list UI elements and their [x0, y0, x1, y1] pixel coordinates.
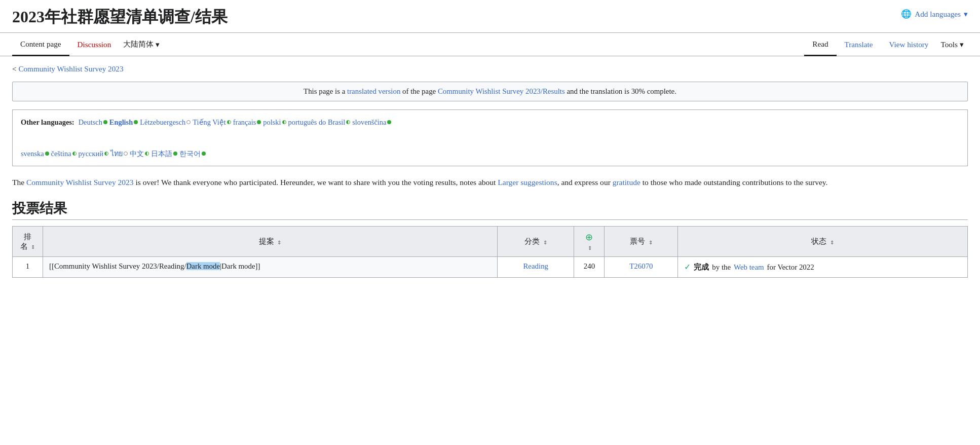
breadcrumb-link[interactable]: Community Wishlist Survey 2023 [18, 64, 123, 73]
section-heading: 投票结果 [12, 199, 968, 220]
status-content: ✓ 完成 by the Web team for Vector 2022 [684, 262, 961, 272]
lang-dot [257, 120, 261, 124]
web-team-link[interactable]: Web team [734, 263, 764, 272]
lang-link-english[interactable]: English [109, 115, 133, 130]
tab-read-label: Read [812, 40, 828, 49]
status-text: by the [712, 263, 731, 272]
lang-dot [387, 120, 391, 124]
col-ticket[interactable]: 票号 ⇕ [605, 227, 678, 257]
breadcrumb-prefix: < [12, 64, 18, 73]
translation-text-before: This page is a [304, 87, 347, 95]
tab-discussion[interactable]: Discussion [69, 34, 120, 55]
lang-link-한국어[interactable]: 한국어 [179, 146, 201, 161]
lang-dot [45, 152, 49, 156]
translation-text-middle1: of the page [400, 87, 438, 95]
cws-2023-link[interactable]: Community Wishlist Survey 2023 [26, 178, 134, 187]
lang-dot [227, 120, 231, 124]
cell-rank: 1 [13, 257, 43, 278]
tab-content-page[interactable]: Content page [12, 33, 69, 56]
add-languages-button[interactable]: 🌐 Add languages ▾ [901, 9, 968, 19]
table-row: 1 [[Community Wishlist Survey 2023/Readi… [13, 257, 968, 278]
larger-suggestions-link[interactable]: Larger suggestions [498, 178, 557, 187]
sort-icon-rank[interactable]: ⇕ [31, 244, 35, 250]
translate-icon: 🌐 [901, 9, 912, 19]
other-languages-label: Other languages: [21, 115, 74, 130]
proposal-highlight: Dark mode [186, 262, 220, 270]
page-title: 2023年社群愿望清单调查/结果 [12, 6, 228, 28]
add-languages-label: Add languages [915, 10, 961, 19]
table-header-row: 排名 ⇕ 提案 ⇕ 分类 ⇕ ⊕ ⇕ 票号 ⇕ [13, 227, 968, 257]
lang-dot [124, 152, 128, 156]
translation-notice: This page is a translated version of the… [12, 82, 968, 101]
tab-bar-left: Content page Discussion 大陆简体 ▾ [12, 33, 164, 56]
main-content: < Community Wishlist Survey 2023 This pa… [0, 56, 980, 286]
cell-votes: 240 [574, 257, 605, 278]
lang-link-português-do-brasil[interactable]: português do Brasil [288, 115, 346, 130]
lang-link-deutsch[interactable]: Deutsch [79, 115, 102, 130]
sort-icon-proposal[interactable]: ⇕ [277, 239, 281, 245]
tab-translate[interactable]: Translate [837, 34, 881, 55]
rank-value: 1 [26, 262, 29, 270]
lang-dot [282, 120, 286, 124]
sort-icon-category[interactable]: ⇕ [543, 239, 547, 245]
lang-dot [134, 120, 138, 124]
col-plus[interactable]: ⊕ ⇕ [574, 227, 605, 257]
lang-link-русский[interactable]: русский [79, 146, 103, 161]
lang-dot [173, 152, 177, 156]
language-box: Other languages: DeutschEnglishLëtzebuer… [12, 109, 968, 166]
chevron-down-icon: ▾ [964, 10, 968, 19]
cell-proposal: [[Community Wishlist Survey 2023/Reading… [43, 257, 498, 278]
variant-selector[interactable]: 大陆简体 ▾ [119, 33, 164, 56]
lang-link-tiếng-việt[interactable]: Tiếng Việt [193, 115, 226, 130]
gratitude-link[interactable]: gratitude [613, 178, 640, 187]
ticket-link[interactable]: T26070 [629, 262, 653, 270]
lang-dot [104, 152, 108, 156]
tab-translate-label: Translate [845, 40, 873, 49]
lang-link-lëtzebuergesch[interactable]: Lëtzebuergesch [140, 115, 185, 130]
col-category[interactable]: 分类 ⇕ [497, 227, 574, 257]
chevron-down-icon: ▾ [960, 40, 964, 49]
translated-version-link[interactable]: translated version [347, 87, 400, 95]
tab-read[interactable]: Read [804, 33, 836, 56]
tab-view-history-label: View history [889, 40, 928, 49]
sort-icon-plus[interactable]: ⇕ [588, 245, 592, 251]
status-bold-text: 完成 [694, 263, 709, 272]
title-bar: 2023年社群愿望清单调查/结果 🌐 Add languages ▾ [0, 0, 980, 33]
tab-bar-right: Read Translate View history Tools ▾ [804, 33, 968, 56]
lang-link-slovenščina[interactable]: slovenščina [352, 115, 386, 130]
lang-link-polski[interactable]: polski [263, 115, 281, 130]
tab-view-history[interactable]: View history [881, 34, 936, 55]
lang-link-日本語[interactable]: 日本語 [151, 146, 172, 161]
breadcrumb: < Community Wishlist Survey 2023 [12, 64, 968, 73]
language-list: Other languages: DeutschEnglishLëtzebuer… [21, 115, 959, 161]
lang-link-中文[interactable]: 中文 [130, 146, 144, 161]
proposal-prefix: [[Community Wishlist Survey 2023/Reading… [49, 262, 186, 270]
tools-label: Tools [940, 40, 958, 49]
tab-bar: Content page Discussion 大陆简体 ▾ Read Tran… [0, 33, 980, 56]
sort-icon-status[interactable]: ⇕ [830, 239, 834, 245]
chevron-down-icon: ▾ [156, 40, 160, 49]
tools-dropdown[interactable]: Tools ▾ [936, 34, 968, 55]
lang-dot [72, 152, 77, 156]
tab-discussion-label: Discussion [78, 40, 111, 49]
variant-label: 大陆简体 [123, 39, 154, 50]
col-rank[interactable]: 排名 ⇕ [13, 227, 43, 257]
lang-dot [145, 152, 149, 156]
lang-link-français[interactable]: français [233, 115, 256, 130]
sort-icon-ticket[interactable]: ⇕ [649, 239, 653, 245]
lang-link-svenska[interactable]: svenska [21, 146, 44, 161]
lang-link-ไทย[interactable]: ไทย [110, 146, 123, 161]
original-page-link[interactable]: Community Wishlist Survey 2023/Results [438, 87, 565, 95]
category-link[interactable]: Reading [523, 262, 548, 270]
lang-link-čeština[interactable]: čeština [51, 146, 71, 161]
translation-text-end: and the translation is 30% complete. [565, 87, 676, 95]
lang-dot [103, 120, 107, 124]
cell-ticket: T26070 [605, 257, 678, 278]
col-status[interactable]: 状态 ⇕ [678, 227, 968, 257]
col-proposal[interactable]: 提案 ⇕ [43, 227, 498, 257]
intro-text: The Community Wishlist Survey 2023 is ov… [12, 176, 968, 189]
checkmark-icon: ✓ [684, 262, 691, 272]
lang-dot [202, 152, 206, 156]
plus-circle-icon: ⊕ [580, 232, 598, 243]
proposal-suffix: |Dark mode]] [220, 262, 260, 270]
